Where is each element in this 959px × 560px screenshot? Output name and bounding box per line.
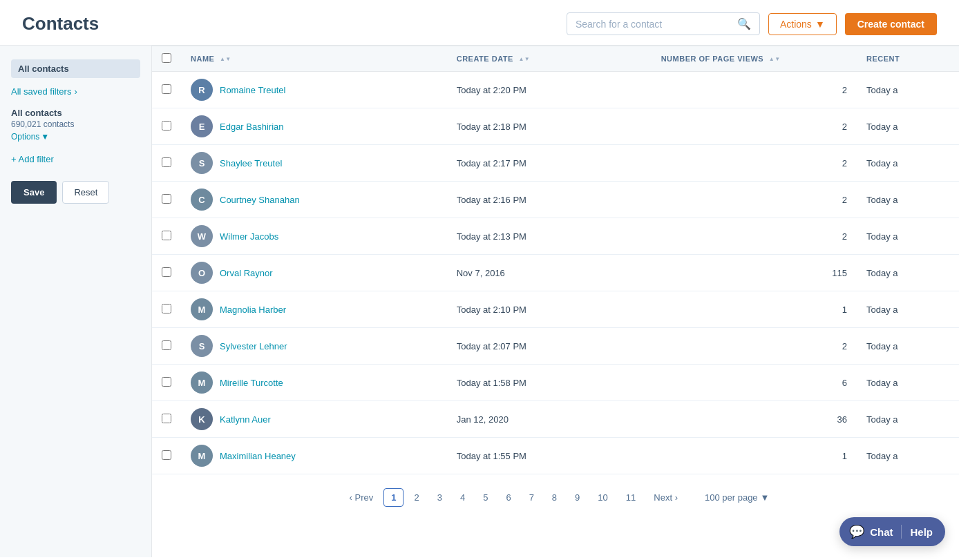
row-checkbox[interactable]	[162, 84, 171, 94]
contact-name-cell: R Romaine Treutel	[181, 72, 447, 108]
page-title: Contacts	[22, 13, 99, 35]
create-date-cell: Today at 1:58 PM	[447, 365, 652, 401]
page-views-cell: 2	[652, 328, 857, 365]
save-button[interactable]: Save	[11, 181, 57, 204]
row-checkbox-cell	[152, 145, 181, 182]
page-number-button[interactable]: 3	[430, 488, 450, 507]
row-checkbox[interactable]	[162, 194, 171, 204]
add-filter-button[interactable]: + Add filter	[11, 154, 140, 164]
contact-name-cell: S Shaylee Treutel	[181, 145, 447, 182]
recent-cell: Today a	[857, 255, 959, 291]
contact-link[interactable]: Katlynn Auer	[220, 414, 271, 425]
table-row: E Edgar Bashirian Today at 2:18 PM 2 Tod…	[152, 108, 959, 145]
page-number-button[interactable]: 8	[544, 488, 564, 507]
table-row: S Sylvester Lehner Today at 2:07 PM 2 To…	[152, 328, 959, 365]
page-buttons: 1234567891011	[383, 488, 643, 507]
contact-name-cell: M Magnolia Harber	[181, 291, 447, 328]
create-date-cell: Today at 2:18 PM	[447, 108, 652, 145]
row-checkbox[interactable]	[162, 304, 171, 313]
main-layout: All contacts All saved filters › All con…	[0, 46, 959, 557]
contact-link[interactable]: Romaine Treutel	[220, 85, 285, 95]
table-header-row: NAME ▲▼ CREATE DATE ▲▼ NUMBER OF PAGE VI…	[152, 46, 959, 72]
reset-button[interactable]: Reset	[62, 181, 109, 204]
all-saved-filters-link[interactable]: All saved filters ›	[11, 86, 140, 97]
sidebar-section-title: All contacts	[11, 59, 140, 78]
prev-button[interactable]: ‹ Prev	[342, 488, 381, 507]
chevron-down-icon: ▼	[761, 492, 770, 503]
contact-link[interactable]: Courtney Shanahan	[220, 195, 300, 205]
row-checkbox[interactable]	[162, 231, 171, 240]
row-checkbox[interactable]	[162, 157, 171, 167]
select-all-checkbox[interactable]	[162, 53, 171, 63]
row-checkbox-cell	[152, 401, 181, 438]
row-checkbox[interactable]	[162, 121, 171, 131]
row-checkbox[interactable]	[162, 414, 171, 423]
col-header-page-views[interactable]: NUMBER OF PAGE VIEWS ▲▼	[652, 46, 857, 72]
chevron-right-icon: ›	[675, 492, 678, 503]
contact-link[interactable]: Orval Raynor	[220, 268, 273, 278]
contact-name-cell: O Orval Raynor	[181, 255, 447, 291]
avatar: M	[191, 298, 213, 320]
avatar: M	[191, 445, 213, 467]
contact-link[interactable]: Maximilian Heaney	[220, 451, 296, 461]
page-number-button[interactable]: 1	[383, 488, 403, 507]
sort-name-icon: ▲▼	[220, 57, 231, 62]
contact-link[interactable]: Magnolia Harber	[220, 305, 286, 315]
next-button[interactable]: Next ›	[646, 488, 685, 507]
sidebar-options: Options ▼	[11, 132, 140, 142]
row-checkbox-cell	[152, 255, 181, 291]
create-contact-button[interactable]: Create contact	[845, 13, 937, 35]
page-number-button[interactable]: 7	[522, 488, 542, 507]
page-number-button[interactable]: 5	[475, 488, 495, 507]
table-row: M Mireille Turcotte Today at 1:58 PM 6 T…	[152, 365, 959, 401]
page-number-button[interactable]: 6	[498, 488, 518, 507]
contact-link[interactable]: Mireille Turcotte	[220, 378, 283, 388]
recent-cell: Today a	[857, 328, 959, 365]
avatar: R	[191, 79, 213, 101]
row-checkbox-cell	[152, 108, 181, 145]
create-date-cell: Today at 2:13 PM	[447, 218, 652, 255]
page-views-cell: 2	[652, 182, 857, 218]
actions-button[interactable]: Actions ▼	[768, 13, 837, 35]
page-views-cell: 2	[652, 145, 857, 182]
avatar: W	[191, 225, 213, 247]
page-number-button[interactable]: 10	[590, 488, 615, 507]
avatar: S	[191, 335, 213, 357]
col-header-name[interactable]: NAME ▲▼	[181, 46, 447, 72]
contact-link[interactable]: Wilmer Jacobs	[220, 231, 278, 242]
contact-link[interactable]: Shaylee Treutel	[220, 158, 282, 168]
row-checkbox-cell	[152, 182, 181, 218]
page-number-button[interactable]: 2	[406, 488, 426, 507]
page-number-button[interactable]: 9	[567, 488, 587, 507]
options-button[interactable]: Options ▼	[11, 132, 49, 142]
row-checkbox-cell	[152, 72, 181, 108]
contact-name-cell: S Sylvester Lehner	[181, 328, 447, 365]
recent-cell: Today a	[857, 438, 959, 474]
create-date-cell: Jan 12, 2020	[447, 401, 652, 438]
avatar: S	[191, 152, 213, 174]
contact-link[interactable]: Sylvester Lehner	[220, 341, 287, 351]
table-row: K Katlynn Auer Jan 12, 2020 36 Today a	[152, 401, 959, 438]
row-checkbox[interactable]	[162, 340, 171, 350]
header-actions: 🔍 Actions ▼ Create contact	[567, 12, 937, 35]
contact-name-cell: K Katlynn Auer	[181, 401, 447, 438]
row-checkbox[interactable]	[162, 450, 171, 460]
col-header-create-date[interactable]: CREATE DATE ▲▼	[447, 46, 652, 72]
per-page-selector[interactable]: 100 per page ▼	[705, 492, 770, 503]
col-header-recent: RECENT	[857, 46, 959, 72]
contact-link[interactable]: Edgar Bashirian	[220, 122, 284, 132]
select-all-header	[152, 46, 181, 72]
row-checkbox[interactable]	[162, 267, 171, 277]
page-number-button[interactable]: 4	[453, 488, 473, 507]
page-views-cell: 2	[652, 72, 857, 108]
chat-widget[interactable]: 💬 Chat Help	[839, 517, 945, 546]
chevron-down-icon: ▼	[41, 132, 49, 142]
search-input[interactable]	[576, 19, 733, 30]
page-views-cell: 115	[652, 255, 857, 291]
row-checkbox[interactable]	[162, 377, 171, 387]
page-number-button[interactable]: 11	[618, 488, 643, 507]
table-row: W Wilmer Jacobs Today at 2:13 PM 2 Today…	[152, 218, 959, 255]
recent-cell: Today a	[857, 145, 959, 182]
avatar: E	[191, 115, 213, 137]
create-date-cell: Today at 2:10 PM	[447, 291, 652, 328]
